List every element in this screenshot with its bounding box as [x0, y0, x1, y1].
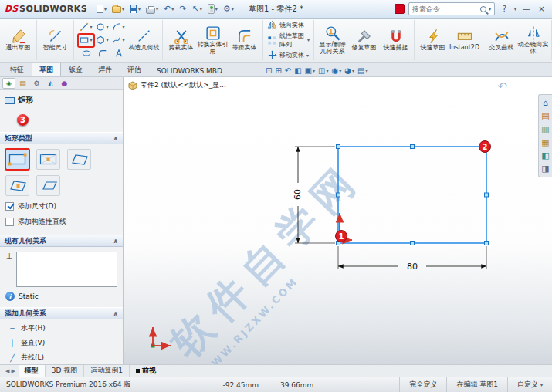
- line-tool[interactable]: ▾: [78, 21, 94, 34]
- polygon-tool[interactable]: ▾: [94, 34, 110, 47]
- view-orientation-button[interactable]: ▣▾: [305, 66, 315, 75]
- smart-dimension-button[interactable]: 智能尺寸: [39, 28, 71, 52]
- tab-sketch[interactable]: 草图: [32, 63, 61, 76]
- custom-properties-tab-icon[interactable]: ◨: [541, 164, 549, 173]
- fillet-tool[interactable]: [94, 47, 110, 60]
- three-point-corner-rectangle-button[interactable]: [67, 149, 91, 170]
- options-button[interactable]: ⚙▾: [222, 4, 235, 14]
- flyout-feature-tree[interactable]: 零件2 (默认<<默认>_显...: [128, 80, 226, 90]
- motion-study-tab[interactable]: 运动算例1: [84, 365, 130, 377]
- construction-geometry-button[interactable]: 构造几何线: [128, 28, 160, 52]
- rapid-sketch-button[interactable]: 快速草图: [417, 28, 449, 52]
- solidworks-resources-tab-icon[interactable]: ⌂: [543, 99, 548, 107]
- save-button[interactable]: ▾: [128, 5, 142, 14]
- model-tab[interactable]: 模型: [19, 365, 46, 377]
- units-selector[interactable]: 自定义▾: [507, 377, 552, 392]
- zoom-area-button[interactable]: ⊞: [275, 66, 281, 75]
- corner-rectangle-tool[interactable]: ▾: [78, 34, 94, 47]
- vertical-relation-item[interactable]: │ 竖直(V): [5, 336, 117, 350]
- featuremanager-tab[interactable]: ◈: [2, 78, 15, 89]
- tab-evaluate[interactable]: 评估: [120, 63, 149, 76]
- dynamic-mirror-button[interactable]: 动态镜向实体: [517, 25, 549, 56]
- tab-features[interactable]: 特征: [2, 63, 32, 76]
- tab-solidworks-mbd[interactable]: SOLIDWORKS MBD: [149, 65, 230, 76]
- appearances-scenes-tab-icon[interactable]: ◧: [541, 151, 549, 160]
- horizontal-relation-item[interactable]: ─ 水平(H): [5, 321, 117, 336]
- dimension-width[interactable]: 80: [338, 262, 486, 272]
- scroll-right-icon[interactable]: ▶: [11, 368, 15, 374]
- undo-button[interactable]: ↶▾: [162, 4, 175, 14]
- dimxpertmanager-tab[interactable]: ◭: [44, 78, 57, 89]
- 3d-views-tab[interactable]: 3D 视图: [46, 365, 85, 377]
- graphics-area[interactable]: 零件2 (默认<<默认>_显... ↶ ⌂ ▤ ▥ ▦ ◧ ◨ 软件自学网 WW…: [124, 77, 552, 364]
- minimize-button[interactable]: —: [520, 5, 532, 13]
- display-delete-relations-button[interactable]: 显示/删除几何关系: [317, 25, 348, 56]
- add-dimensions-checkbox[interactable]: 添加尺寸(D): [5, 201, 117, 211]
- sketch-rectangle[interactable]: [338, 147, 486, 243]
- rebuild-button[interactable]: ▾: [206, 3, 219, 15]
- select-button[interactable]: ↖▾: [191, 4, 204, 14]
- existing-relations-header[interactable]: 现有几何关系 ∧: [0, 235, 123, 247]
- dimension-height[interactable]: 60: [293, 147, 303, 243]
- displaymanager-tab[interactable]: ●: [58, 78, 71, 89]
- trim-entities-button[interactable]: 剪裁实体: [165, 28, 197, 52]
- apply-scene-button[interactable]: ▤▾: [357, 66, 367, 75]
- help-caret-icon[interactable]: ▾: [514, 7, 516, 12]
- solidworks-resources-icon[interactable]: [395, 4, 405, 14]
- corner-rectangle-type-button[interactable]: [5, 149, 29, 170]
- linear-pattern-button[interactable]: 线性草图阵列▾: [267, 32, 310, 49]
- help-button[interactable]: ?: [499, 5, 510, 13]
- quick-snaps-button[interactable]: 快速捕捉: [380, 28, 411, 52]
- sketch-canvas[interactable]: 60 80: [124, 77, 552, 364]
- hide-show-items-button[interactable]: ◉▾: [332, 66, 342, 75]
- center-rectangle-type-button[interactable]: [36, 149, 60, 170]
- mirror-entities-button[interactable]: 镜向实体: [267, 20, 310, 30]
- checkbox-unchecked-icon[interactable]: [5, 218, 14, 226]
- parallelogram-button[interactable]: [36, 175, 60, 196]
- search-caret-icon[interactable]: ▾: [489, 7, 491, 12]
- move-entities-button[interactable]: 移动实体▾: [267, 50, 310, 60]
- checkbox-checked-icon[interactable]: [5, 202, 14, 211]
- repair-sketch-button[interactable]: 修复草图: [348, 28, 380, 52]
- rectangle-type-header[interactable]: 矩形类型 ∧: [0, 132, 123, 144]
- zoom-fit-button[interactable]: ⊡: [266, 66, 272, 75]
- ellipse-tool[interactable]: [78, 47, 94, 60]
- configurationmanager-tab[interactable]: ⚙: [30, 78, 43, 89]
- instant2d-button[interactable]: Instant2D: [449, 28, 480, 52]
- scroll-left-icon[interactable]: ◀: [5, 368, 9, 374]
- offset-entities-button[interactable]: 等距实体: [229, 28, 260, 52]
- open-document-button[interactable]: ▾: [110, 4, 126, 14]
- print-button[interactable]: ▾: [144, 4, 160, 15]
- tab-scroll-arrows[interactable]: ◀ ▶: [2, 368, 19, 374]
- collinear-relation-item[interactable]: ╱ 共线(L): [5, 350, 117, 364]
- new-document-button[interactable]: ▾: [95, 4, 108, 14]
- circle-tool[interactable]: ▾: [94, 21, 110, 34]
- edit-appearance-button[interactable]: ◕▾: [344, 66, 354, 75]
- file-explorer-tab-icon[interactable]: ▥: [541, 125, 549, 133]
- add-construction-lines-checkbox[interactable]: 添加构造性直线: [5, 217, 117, 227]
- section-view-button[interactable]: ◧: [294, 66, 301, 75]
- relations-listbox[interactable]: [16, 252, 117, 287]
- three-point-center-rectangle-button[interactable]: [5, 175, 29, 196]
- display-style-button[interactable]: ◫▾: [318, 66, 328, 75]
- exit-sketch-button[interactable]: 退出草图: [2, 28, 34, 52]
- arc-tool[interactable]: ▾: [110, 21, 127, 34]
- intersection-curve-button[interactable]: 交叉曲线: [486, 28, 517, 52]
- previous-view-button[interactable]: ↶: [285, 66, 291, 75]
- tab-weldments[interactable]: 焊件: [90, 63, 120, 76]
- sketch-text-tool[interactable]: [110, 47, 127, 60]
- convert-entities-button[interactable]: 转换实体引用: [197, 25, 229, 56]
- height-dimension-value[interactable]: 60: [293, 189, 303, 200]
- design-library-tab-icon[interactable]: ▤: [541, 112, 549, 120]
- spline-tool[interactable]: ▾: [110, 34, 127, 47]
- search-input[interactable]: [412, 5, 478, 13]
- sketch-ribbon: 退出草图 智能尺寸 ▾ ▾ ▾ ▾ ▾ ▾ 构造几何线: [0, 19, 552, 63]
- view-palette-tab-icon[interactable]: ▦: [541, 138, 549, 147]
- close-button[interactable]: ×: [536, 5, 547, 13]
- tab-sheet-metal[interactable]: 钣金: [61, 63, 90, 76]
- width-dimension-value[interactable]: 80: [407, 262, 418, 272]
- add-relations-header[interactable]: 添加几何关系 ∧: [0, 307, 123, 319]
- redo-button[interactable]: ↷: [178, 4, 188, 14]
- propertymanager-tab[interactable]: ▤: [16, 78, 29, 89]
- collapse-arrow-icon[interactable]: ↶: [497, 79, 507, 93]
